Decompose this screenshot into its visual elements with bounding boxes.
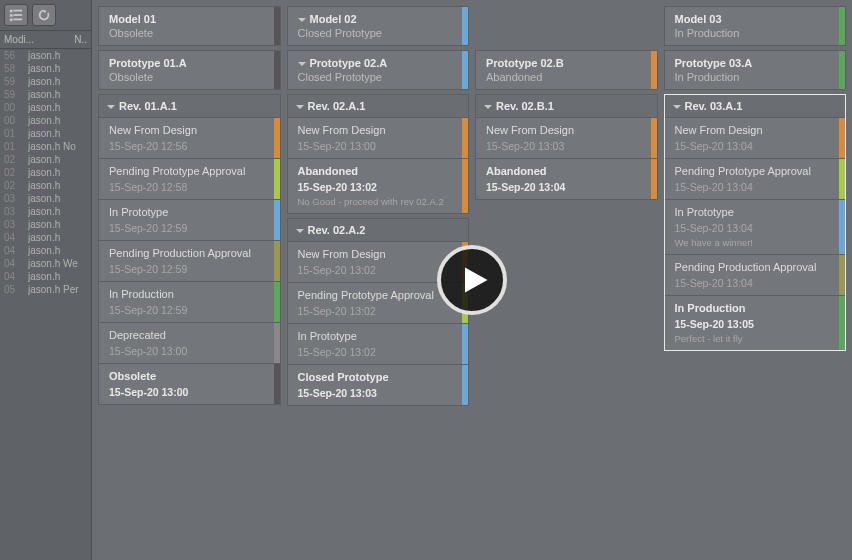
sidebar-row[interactable]: 04jason.h xyxy=(0,231,91,244)
prototype-tile[interactable]: Prototype 01.A Obsolete xyxy=(98,50,281,90)
sidebar-row[interactable]: 05jason.h Per xyxy=(0,283,91,296)
revision-group: Rev. 02.A.2New From Design 15-Sep-20 13:… xyxy=(287,218,470,406)
card-title: Abandoned xyxy=(486,165,647,177)
row-number: 59 xyxy=(4,76,28,87)
revision-title: Rev. 01.A.1 xyxy=(119,100,177,112)
status-stripe xyxy=(651,118,657,158)
card-title: New From Design xyxy=(675,124,836,136)
status-card[interactable]: Abandoned 15-Sep-20 13:02No Good - proce… xyxy=(287,159,470,214)
chevron-down-icon xyxy=(298,62,306,66)
row-number: 04 xyxy=(4,232,28,243)
status-card[interactable]: Pending Prototype Approval 15-Sep-20 12:… xyxy=(98,159,281,200)
status-card[interactable]: New From Design 15-Sep-20 13:00 xyxy=(287,118,470,159)
sidebar-row[interactable]: 00jason.h xyxy=(0,101,91,114)
sidebar-row[interactable]: 04jason.h xyxy=(0,244,91,257)
revision-header[interactable]: Rev. 01.A.1 xyxy=(98,94,281,118)
revision-header[interactable]: Rev. 02.B.1 xyxy=(475,94,658,118)
status-card[interactable]: In Prototype 15-Sep-20 13:02 xyxy=(287,324,470,365)
card-timestamp: 15-Sep-20 12:56 xyxy=(109,140,270,152)
card-timestamp: 15-Sep-20 12:59 xyxy=(109,263,270,275)
row-value: jason.h xyxy=(28,167,91,178)
row-value: jason.h xyxy=(28,180,91,191)
revision-header[interactable]: Rev. 02.A.2 xyxy=(287,218,470,242)
model-tile[interactable]: Model 03 In Production xyxy=(664,6,847,46)
status-card[interactable]: In Prototype 15-Sep-20 13:04We have a wi… xyxy=(665,199,846,254)
row-value: jason.h xyxy=(28,50,91,61)
row-value: jason.h xyxy=(28,154,91,165)
sidebar-row[interactable]: 04jason.h xyxy=(0,270,91,283)
sidebar-row[interactable]: 58jason.h xyxy=(0,62,91,75)
status-card[interactable]: Closed Prototype 15-Sep-20 13:03 xyxy=(287,365,470,406)
status-card[interactable]: Pending Production Approval 15-Sep-20 13… xyxy=(665,254,846,295)
status-card[interactable]: Pending Production Approval 15-Sep-20 12… xyxy=(98,241,281,282)
card-timestamp: 15-Sep-20 13:04 xyxy=(486,181,647,193)
chevron-down-icon xyxy=(298,18,306,22)
sidebar-row[interactable]: 59jason.h xyxy=(0,88,91,101)
play-button[interactable] xyxy=(437,245,507,315)
svg-rect-1 xyxy=(13,10,22,12)
sidebar-row[interactable]: 01jason.h xyxy=(0,127,91,140)
status-stripe xyxy=(651,159,657,199)
card-timestamp: 15-Sep-20 13:04 xyxy=(675,181,836,193)
card-timestamp: 15-Sep-20 13:04 xyxy=(675,140,836,152)
status-stripe xyxy=(274,7,280,45)
status-card[interactable]: In Prototype 15-Sep-20 12:59 xyxy=(98,200,281,241)
status-stripe xyxy=(839,118,845,158)
status-card[interactable]: New From Design 15-Sep-20 13:04 xyxy=(665,117,846,158)
card-timestamp: 15-Sep-20 13:02 xyxy=(298,264,459,276)
revision-header[interactable]: Rev. 03.A.1 xyxy=(665,95,846,117)
sidebar-row[interactable]: 00jason.h xyxy=(0,114,91,127)
prototype-tile[interactable]: Prototype 02.A Closed Prototype xyxy=(287,50,470,90)
sidebar-row[interactable]: 03jason.h xyxy=(0,192,91,205)
card-title: New From Design xyxy=(298,124,459,136)
row-value: jason.h xyxy=(28,245,91,256)
sidebar-row[interactable]: 04jason.h We xyxy=(0,257,91,270)
model-tile[interactable]: Model 01 Obsolete xyxy=(98,6,281,46)
revision-group: Rev. 02.B.1New From Design 15-Sep-20 13:… xyxy=(475,94,658,200)
row-number: 01 xyxy=(4,141,28,152)
sidebar-list[interactable]: 56jason.h58jason.h59jason.h59jason.h00ja… xyxy=(0,49,91,560)
card-timestamp: 15-Sep-20 13:00 xyxy=(109,386,270,398)
svg-rect-4 xyxy=(10,19,13,22)
status-card[interactable]: Obsolete 15-Sep-20 13:00 xyxy=(98,364,281,405)
status-card[interactable]: In Production 15-Sep-20 13:05Perfect - l… xyxy=(665,295,846,350)
column: Model 01 Obsolete Prototype 01.A Obsolet… xyxy=(98,6,281,560)
status-card[interactable]: Deprecated 15-Sep-20 13:00 xyxy=(98,323,281,364)
status-card[interactable]: Pending Prototype Approval 15-Sep-20 13:… xyxy=(665,158,846,199)
card-timestamp: 15-Sep-20 13:05 xyxy=(675,318,836,330)
prototype-title: Prototype 02.B xyxy=(486,57,564,69)
status-card[interactable]: New From Design 15-Sep-20 12:56 xyxy=(98,118,281,159)
status-stripe xyxy=(274,364,280,404)
status-card[interactable]: In Production 15-Sep-20 12:59 xyxy=(98,282,281,323)
sidebar-row[interactable]: 02jason.h xyxy=(0,179,91,192)
chevron-down-icon xyxy=(296,229,304,233)
card-title: Abandoned xyxy=(298,165,459,177)
revision-title: Rev. 02.A.2 xyxy=(308,224,366,236)
card-title: In Production xyxy=(675,302,836,314)
sidebar-row[interactable]: 03jason.h xyxy=(0,205,91,218)
sidebar-row[interactable]: 03jason.h xyxy=(0,218,91,231)
row-number: 00 xyxy=(4,115,28,126)
card-timestamp: 15-Sep-20 13:02 xyxy=(298,181,459,193)
refresh-button[interactable] xyxy=(32,4,56,26)
card-title: Deprecated xyxy=(109,329,270,341)
card-title: Pending Production Approval xyxy=(109,247,270,259)
sidebar-row[interactable]: 02jason.h xyxy=(0,153,91,166)
row-value: jason.h Per xyxy=(28,284,91,295)
model-tile[interactable]: Model 02 Closed Prototype xyxy=(287,6,470,46)
sidebar-row[interactable]: 56jason.h xyxy=(0,49,91,62)
row-number: 59 xyxy=(4,89,28,100)
status-card[interactable]: New From Design 15-Sep-20 13:03 xyxy=(475,118,658,159)
card-timestamp: 15-Sep-20 13:03 xyxy=(486,140,647,152)
list-view-button[interactable] xyxy=(4,4,28,26)
sidebar-row[interactable]: 01jason.h No xyxy=(0,140,91,153)
sidebar-row[interactable]: 02jason.h xyxy=(0,166,91,179)
row-value: jason.h xyxy=(28,102,91,113)
column: Model 03 In Production Prototype 03.A In… xyxy=(664,6,847,560)
prototype-tile[interactable]: Prototype 02.B Abandoned xyxy=(475,50,658,90)
status-card[interactable]: Abandoned 15-Sep-20 13:04 xyxy=(475,159,658,200)
prototype-tile[interactable]: Prototype 03.A In Production xyxy=(664,50,847,90)
revision-header[interactable]: Rev. 02.A.1 xyxy=(287,94,470,118)
card-note: Perfect - let it fly xyxy=(675,333,836,344)
sidebar-row[interactable]: 59jason.h xyxy=(0,75,91,88)
